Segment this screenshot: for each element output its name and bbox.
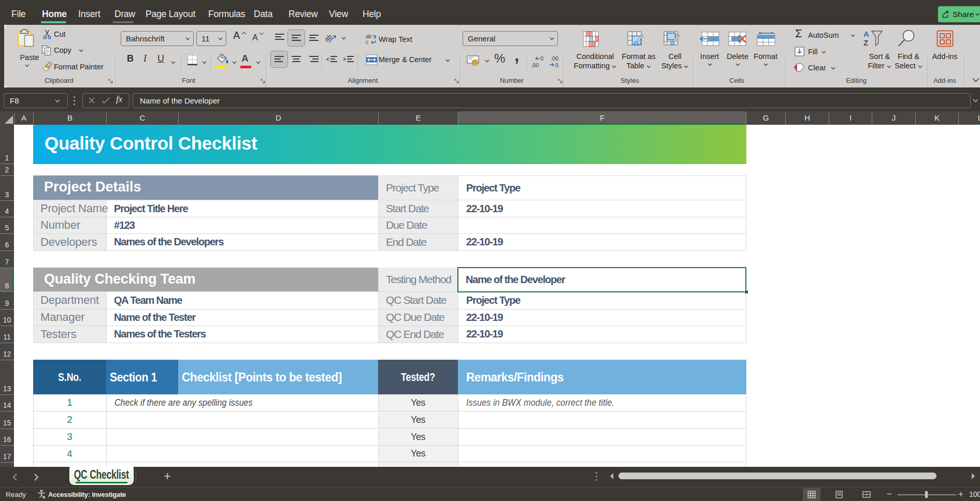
svg-text:A: A: [863, 30, 869, 38]
svg-text:Z: Z: [863, 38, 868, 47]
